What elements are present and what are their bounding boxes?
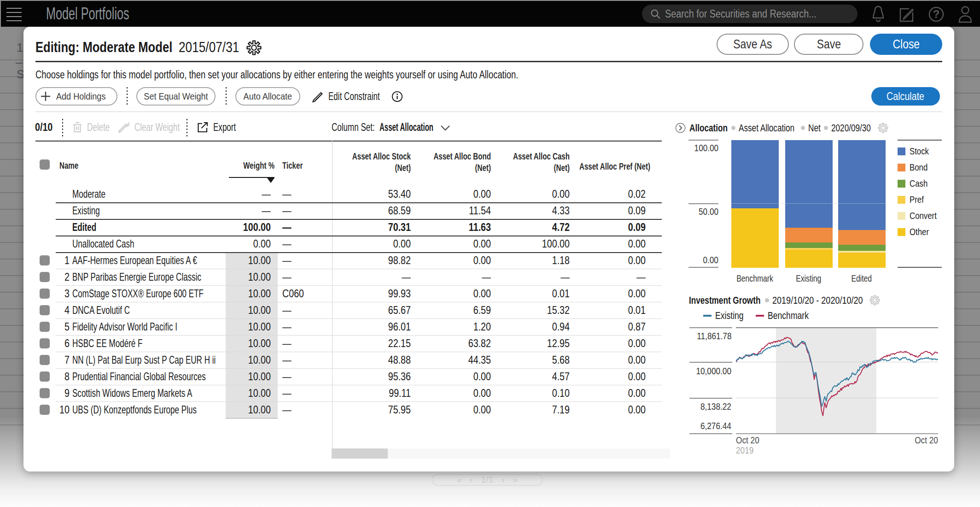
svg-text:?: ? bbox=[933, 8, 940, 20]
